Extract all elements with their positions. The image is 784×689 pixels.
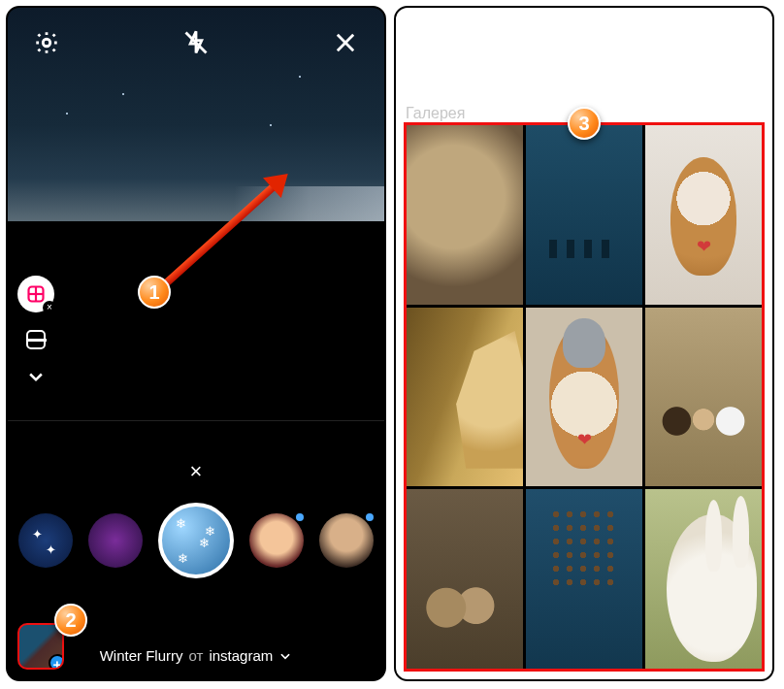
gallery-item[interactable]	[645, 308, 762, 487]
gallery-grid: ❤ ❤	[404, 122, 765, 672]
filter-carousel[interactable]: ✦✦ ❄ ❄ ❄ ❄	[8, 499, 384, 582]
tool-dismiss-icon: ×	[43, 301, 56, 314]
gallery-item[interactable]	[407, 489, 523, 669]
annotation-marker-1: 1	[138, 276, 171, 309]
filter-winter-flurry[interactable]: ❄ ❄ ❄ ❄	[158, 503, 234, 578]
filter-nebula-purple[interactable]	[88, 513, 143, 568]
new-badge-icon	[364, 511, 376, 523]
multi-capture-button[interactable]	[26, 330, 46, 349]
filter-author: instagram	[209, 647, 273, 664]
camera-screen: × × ✦✦ ❄ ❄ ❄ ❄	[6, 6, 386, 681]
layout-grid-icon	[26, 284, 46, 304]
gallery-item[interactable]: ❤	[526, 308, 642, 487]
filter-close-button[interactable]: ×	[190, 459, 203, 484]
layout-tool-button[interactable]: ×	[17, 276, 54, 312]
new-badge-icon	[294, 511, 306, 523]
gallery-item[interactable]	[407, 125, 523, 305]
filter-portrait[interactable]	[319, 513, 374, 568]
flash-off-icon[interactable]	[182, 29, 210, 56]
filter-name: Winter Flurry	[100, 647, 183, 664]
filter-label[interactable]: Winter Flurry от instagram	[8, 647, 384, 664]
annotation-marker-3: 3	[568, 107, 601, 140]
camera-viewfinder[interactable]	[8, 8, 384, 221]
gallery-item[interactable]	[526, 125, 642, 305]
gear-icon[interactable]	[33, 29, 60, 56]
gallery-screen: Галерея ❤ ❤ 3	[394, 6, 774, 681]
gallery-item[interactable]	[526, 489, 642, 669]
gallery-title: Галерея	[406, 105, 465, 122]
gallery-item[interactable]	[645, 489, 762, 669]
gallery-header	[396, 8, 772, 66]
filter-sparkle-blue[interactable]: ✦✦	[18, 513, 73, 568]
plus-icon: +	[49, 654, 64, 670]
gallery-item[interactable]: ❤	[645, 125, 762, 305]
chevron-down-icon	[278, 649, 292, 663]
gallery-item[interactable]	[407, 308, 523, 487]
annotation-marker-2: 2	[54, 604, 87, 637]
filter-face-mask[interactable]	[249, 513, 304, 568]
close-icon[interactable]	[332, 29, 359, 56]
chevron-down-icon[interactable]	[26, 367, 46, 386]
filter-from-word: от	[189, 647, 204, 664]
svg-point-0	[43, 39, 49, 46]
